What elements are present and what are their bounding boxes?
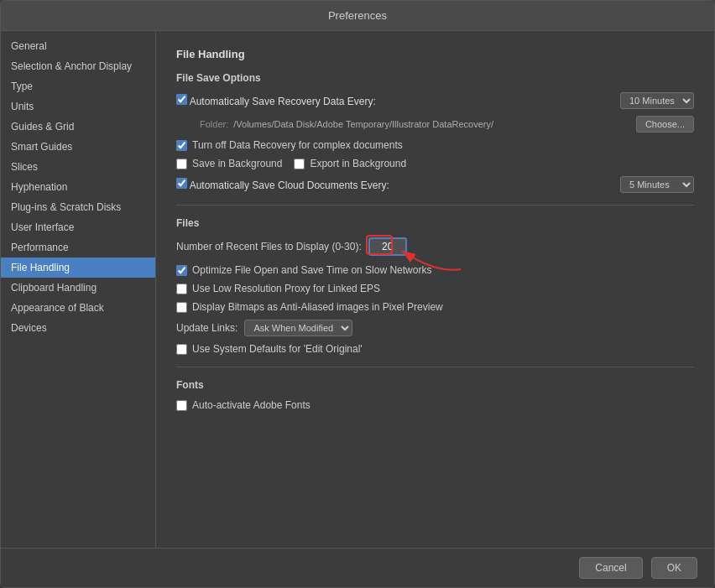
auto-save-cloud-interval-select[interactable]: 5 Minutes 1 Minute 2 Minutes 10 Minutes: [620, 176, 694, 193]
auto-save-label[interactable]: Automatically Save Recovery Data Every:: [176, 94, 376, 107]
dialog-title: Preferences: [1, 1, 714, 31]
auto-save-cloud-interval-wrapper: 5 Minutes 1 Minute 2 Minutes 10 Minutes: [620, 176, 694, 193]
auto-save-cloud-row: Automatically Save Cloud Documents Every…: [176, 176, 694, 193]
auto-save-interval-select[interactable]: 10 Minutes 2 Minutes 5 Minutes 15 Minute…: [620, 92, 694, 109]
dialog-footer: Cancel OK: [1, 548, 714, 587]
turn-off-recovery-row: Turn off Data Recovery for complex docum…: [176, 139, 694, 151]
optimize-row: Optimize File Open and Save Time on Slow…: [176, 264, 694, 276]
low-res-proxy-label[interactable]: Use Low Resolution Proxy for Linked EPS: [176, 283, 380, 294]
sidebar-item-performance[interactable]: Performance: [1, 237, 155, 258]
auto-save-cloud-left: Automatically Save Cloud Documents Every…: [176, 178, 389, 191]
fonts-section: Fonts Auto-activate Adobe Fonts: [176, 379, 694, 411]
choose-button[interactable]: Choose...: [636, 116, 694, 133]
auto-activate-row: Auto-activate Adobe Fonts: [176, 399, 694, 411]
main-content: File Handling File Save Options Automati…: [156, 31, 714, 548]
update-links-select[interactable]: Ask When Modified Automatically Manually: [244, 320, 352, 336]
optimize-checkbox[interactable]: [176, 265, 187, 276]
display-bitmaps-checkbox[interactable]: [176, 302, 187, 313]
sidebar-item-units[interactable]: Units: [1, 96, 155, 117]
sidebar-item-appearance[interactable]: Appearance of Black: [1, 298, 155, 318]
recent-files-row: Number of Recent Files to Display (0-30)…: [176, 237, 694, 256]
ok-button[interactable]: OK: [651, 557, 697, 579]
auto-activate-label[interactable]: Auto-activate Adobe Fonts: [176, 399, 311, 411]
sidebar-item-clipboard[interactable]: Clipboard Handling: [1, 278, 155, 298]
cancel-button[interactable]: Cancel: [579, 557, 642, 579]
auto-save-row: Automatically Save Recovery Data Every: …: [176, 92, 694, 109]
auto-save-checkbox[interactable]: [176, 94, 187, 105]
sidebar-item-user-interface[interactable]: User Interface: [1, 217, 155, 237]
folder-path: /Volumes/Data Disk/Adobe Temporary/Illus…: [233, 119, 493, 129]
display-bitmaps-row: Display Bitmaps as Anti-Aliased images i…: [176, 301, 694, 313]
display-bitmaps-label[interactable]: Display Bitmaps as Anti-Aliased images i…: [176, 301, 443, 313]
sidebar-item-plugins[interactable]: Plug-ins & Scratch Disks: [1, 197, 155, 217]
background-options-row: Save in Background Export in Background: [176, 158, 694, 169]
preferences-dialog: Preferences General Selection & Anchor D…: [0, 0, 715, 588]
recent-files-input-container: [368, 237, 407, 256]
file-save-options-title: File Save Options: [176, 72, 694, 84]
turn-off-recovery-checkbox[interactable]: [176, 140, 187, 151]
update-links-label: Update Links:: [176, 322, 237, 334]
turn-off-recovery-label[interactable]: Turn off Data Recovery for complex docum…: [176, 139, 403, 151]
files-section-title: Files: [176, 217, 694, 229]
update-links-row: Update Links: Ask When Modified Automati…: [176, 320, 694, 336]
use-system-defaults-label[interactable]: Use System Defaults for 'Edit Original': [176, 343, 363, 355]
sidebar: General Selection & Anchor Display Type …: [1, 31, 156, 548]
auto-save-cloud-label[interactable]: Automatically Save Cloud Documents Every…: [176, 178, 389, 191]
dialog-body: General Selection & Anchor Display Type …: [1, 31, 714, 548]
folder-row: Folder: /Volumes/Data Disk/Adobe Tempora…: [200, 116, 694, 133]
save-in-background-checkbox[interactable]: [176, 159, 187, 169]
recent-files-input[interactable]: [368, 237, 407, 256]
export-in-background-checkbox[interactable]: [294, 159, 305, 169]
save-in-background-label[interactable]: Save in Background: [176, 158, 282, 169]
sidebar-item-general[interactable]: General: [1, 36, 155, 56]
use-system-defaults-row: Use System Defaults for 'Edit Original': [176, 343, 694, 355]
files-section: Files Number of Recent Files to Display …: [176, 217, 694, 355]
divider-1: [176, 205, 694, 206]
auto-activate-checkbox[interactable]: [176, 400, 187, 411]
export-in-background-label[interactable]: Export in Background: [294, 158, 406, 169]
auto-save-left: Automatically Save Recovery Data Every:: [176, 94, 376, 107]
auto-save-interval-wrapper: 10 Minutes 2 Minutes 5 Minutes 15 Minute…: [620, 92, 694, 109]
use-system-defaults-checkbox[interactable]: [176, 344, 187, 355]
sidebar-item-slices[interactable]: Slices: [1, 157, 155, 177]
page-title: File Handling: [176, 48, 694, 60]
optimize-label[interactable]: Optimize File Open and Save Time on Slow…: [176, 264, 431, 276]
recent-files-label: Number of Recent Files to Display (0-30)…: [176, 241, 362, 252]
auto-save-cloud-checkbox[interactable]: [176, 178, 187, 189]
sidebar-item-selection-anchor[interactable]: Selection & Anchor Display: [1, 56, 155, 76]
sidebar-item-type[interactable]: Type: [1, 76, 155, 96]
divider-2: [176, 367, 694, 367]
fonts-section-title: Fonts: [176, 379, 694, 391]
folder-label: Folder:: [200, 119, 228, 129]
sidebar-item-file-handling[interactable]: File Handling: [1, 258, 155, 278]
sidebar-item-smart-guides[interactable]: Smart Guides: [1, 137, 155, 157]
low-res-proxy-row: Use Low Resolution Proxy for Linked EPS: [176, 283, 694, 294]
low-res-proxy-checkbox[interactable]: [176, 284, 187, 294]
sidebar-item-devices[interactable]: Devices: [1, 318, 155, 338]
sidebar-item-guides-grid[interactable]: Guides & Grid: [1, 117, 155, 137]
sidebar-item-hyphenation[interactable]: Hyphenation: [1, 177, 155, 197]
